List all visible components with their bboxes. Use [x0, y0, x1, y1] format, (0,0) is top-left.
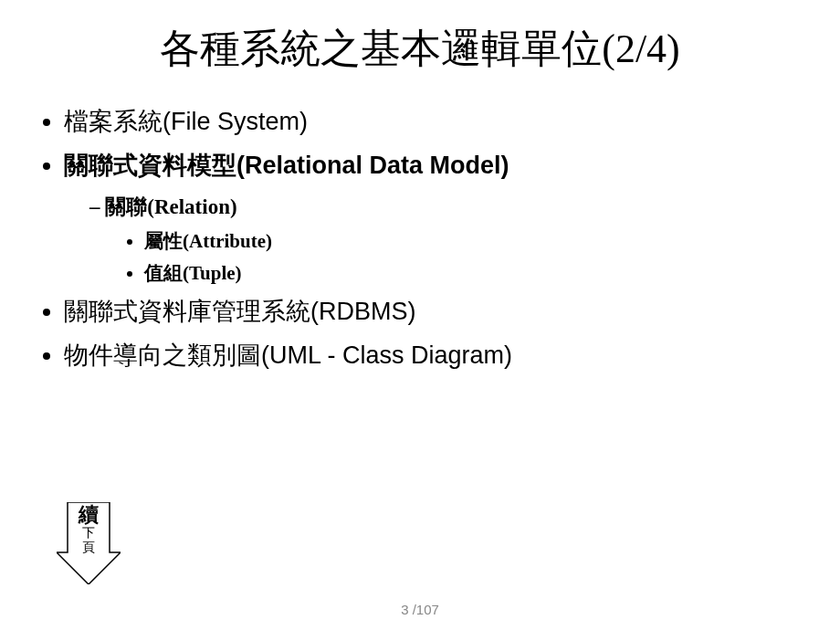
bullet-tuple: 值組(Tuple) — [144, 258, 803, 289]
sublist: 關聯(Relation) 屬性(Attribute) 值組(Tuple) — [89, 191, 803, 289]
bullet-list: 檔案系統(File System) 關聯式資料模型(Relational Dat… — [64, 103, 803, 375]
bullet-rdbms: 關聯式資料庫管理系統(RDBMS) — [64, 293, 803, 331]
bullet-text: 物件導向之類別圖(UML - Class Diagram) — [64, 341, 512, 369]
slide-title: 各種系統之基本邏輯單位(2/4) — [37, 22, 803, 76]
bullet-text: 關聯式資料模型(Relational Data Model) — [64, 152, 509, 179]
bullet-relation: 關聯(Relation) 屬性(Attribute) 值組(Tuple) — [89, 191, 803, 289]
continue-arrow: 續 下 頁 — [57, 502, 121, 584]
bullet-relational-model: 關聯式資料模型(Relational Data Model) 關聯(Relati… — [64, 147, 803, 289]
bullet-file-system: 檔案系統(File System) — [64, 103, 803, 142]
page-total: 107 — [416, 602, 439, 617]
bullet-text: 值組(Tuple) — [144, 262, 242, 284]
subsublist: 屬性(Attribute) 值組(Tuple) — [144, 226, 803, 288]
page-sep: / — [408, 602, 415, 617]
slide: 各種系統之基本邏輯單位(2/4) 檔案系統(File System) 關聯式資料… — [0, 0, 840, 630]
bullet-text: 關聯(Relation) — [105, 195, 236, 218]
svg-marker-0 — [57, 502, 121, 584]
bullet-text: 關聯式資料庫管理系統(RDBMS) — [64, 298, 416, 325]
bullet-uml: 物件導向之類別圖(UML - Class Diagram) — [64, 337, 803, 375]
bullet-attribute: 屬性(Attribute) — [144, 226, 803, 257]
watermark-dot: . — [378, 305, 381, 315]
down-arrow-icon — [57, 502, 121, 584]
bullet-text: 屬性(Attribute) — [144, 230, 272, 252]
page-number: 3 /107 — [0, 602, 840, 617]
bullet-text: 檔案系統(File System) — [64, 108, 308, 135]
